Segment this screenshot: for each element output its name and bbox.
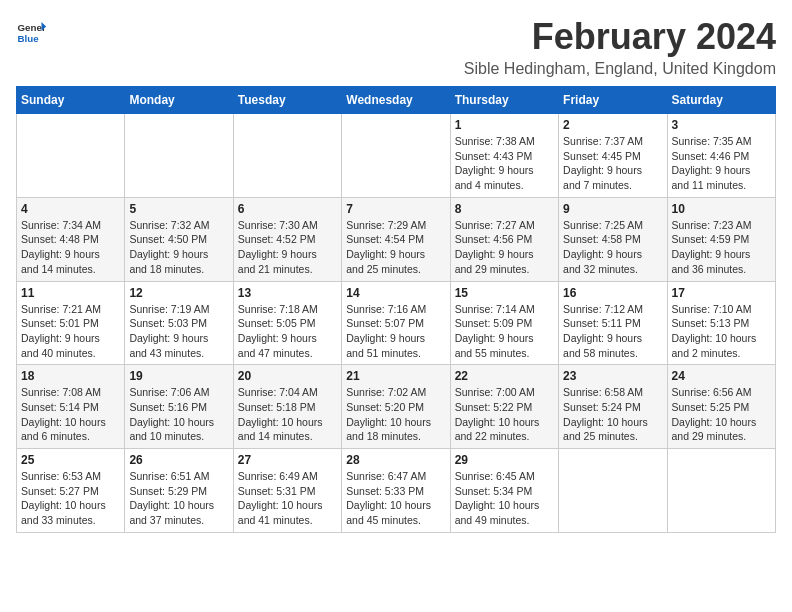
header-tuesday: Tuesday [233, 87, 341, 114]
day-info: Sunrise: 7:14 AM Sunset: 5:09 PM Dayligh… [455, 302, 554, 361]
day-info: Sunrise: 7:16 AM Sunset: 5:07 PM Dayligh… [346, 302, 445, 361]
calendar-cell: 4Sunrise: 7:34 AM Sunset: 4:48 PM Daylig… [17, 197, 125, 281]
day-info: Sunrise: 6:51 AM Sunset: 5:29 PM Dayligh… [129, 469, 228, 528]
day-info: Sunrise: 7:02 AM Sunset: 5:20 PM Dayligh… [346, 385, 445, 444]
calendar-week-row: 25Sunrise: 6:53 AM Sunset: 5:27 PM Dayli… [17, 449, 776, 533]
day-number: 11 [21, 286, 120, 300]
calendar-cell: 23Sunrise: 6:58 AM Sunset: 5:24 PM Dayli… [559, 365, 667, 449]
day-info: Sunrise: 6:47 AM Sunset: 5:33 PM Dayligh… [346, 469, 445, 528]
day-info: Sunrise: 6:56 AM Sunset: 5:25 PM Dayligh… [672, 385, 771, 444]
header-wednesday: Wednesday [342, 87, 450, 114]
day-number: 22 [455, 369, 554, 383]
calendar-cell [233, 114, 341, 198]
calendar-cell: 22Sunrise: 7:00 AM Sunset: 5:22 PM Dayli… [450, 365, 558, 449]
calendar-cell: 9Sunrise: 7:25 AM Sunset: 4:58 PM Daylig… [559, 197, 667, 281]
day-number: 29 [455, 453, 554, 467]
calendar-cell: 20Sunrise: 7:04 AM Sunset: 5:18 PM Dayli… [233, 365, 341, 449]
header-friday: Friday [559, 87, 667, 114]
day-number: 19 [129, 369, 228, 383]
calendar-week-row: 18Sunrise: 7:08 AM Sunset: 5:14 PM Dayli… [17, 365, 776, 449]
calendar-cell: 25Sunrise: 6:53 AM Sunset: 5:27 PM Dayli… [17, 449, 125, 533]
day-number: 12 [129, 286, 228, 300]
calendar-cell: 1Sunrise: 7:38 AM Sunset: 4:43 PM Daylig… [450, 114, 558, 198]
header: General Blue February 2024 Sible Hedingh… [16, 16, 776, 78]
logo: General Blue [16, 16, 46, 46]
day-info: Sunrise: 7:04 AM Sunset: 5:18 PM Dayligh… [238, 385, 337, 444]
header-sunday: Sunday [17, 87, 125, 114]
header-row: Sunday Monday Tuesday Wednesday Thursday… [17, 87, 776, 114]
day-info: Sunrise: 7:21 AM Sunset: 5:01 PM Dayligh… [21, 302, 120, 361]
day-number: 13 [238, 286, 337, 300]
calendar-cell: 11Sunrise: 7:21 AM Sunset: 5:01 PM Dayli… [17, 281, 125, 365]
day-number: 21 [346, 369, 445, 383]
calendar-cell: 16Sunrise: 7:12 AM Sunset: 5:11 PM Dayli… [559, 281, 667, 365]
day-info: Sunrise: 6:45 AM Sunset: 5:34 PM Dayligh… [455, 469, 554, 528]
day-info: Sunrise: 6:53 AM Sunset: 5:27 PM Dayligh… [21, 469, 120, 528]
calendar-week-row: 11Sunrise: 7:21 AM Sunset: 5:01 PM Dayli… [17, 281, 776, 365]
day-info: Sunrise: 7:30 AM Sunset: 4:52 PM Dayligh… [238, 218, 337, 277]
calendar-body: 1Sunrise: 7:38 AM Sunset: 4:43 PM Daylig… [17, 114, 776, 533]
day-number: 6 [238, 202, 337, 216]
calendar-subtitle: Sible Hedingham, England, United Kingdom [464, 60, 776, 78]
calendar-week-row: 1Sunrise: 7:38 AM Sunset: 4:43 PM Daylig… [17, 114, 776, 198]
day-info: Sunrise: 7:25 AM Sunset: 4:58 PM Dayligh… [563, 218, 662, 277]
calendar-title: February 2024 [464, 16, 776, 58]
day-number: 15 [455, 286, 554, 300]
header-monday: Monday [125, 87, 233, 114]
day-number: 24 [672, 369, 771, 383]
calendar-cell: 10Sunrise: 7:23 AM Sunset: 4:59 PM Dayli… [667, 197, 775, 281]
calendar-cell: 14Sunrise: 7:16 AM Sunset: 5:07 PM Dayli… [342, 281, 450, 365]
day-number: 17 [672, 286, 771, 300]
calendar-cell: 7Sunrise: 7:29 AM Sunset: 4:54 PM Daylig… [342, 197, 450, 281]
day-info: Sunrise: 7:34 AM Sunset: 4:48 PM Dayligh… [21, 218, 120, 277]
calendar-cell [17, 114, 125, 198]
svg-text:Blue: Blue [18, 33, 40, 44]
calendar-cell: 21Sunrise: 7:02 AM Sunset: 5:20 PM Dayli… [342, 365, 450, 449]
day-info: Sunrise: 7:06 AM Sunset: 5:16 PM Dayligh… [129, 385, 228, 444]
day-number: 25 [21, 453, 120, 467]
day-number: 5 [129, 202, 228, 216]
calendar-cell [667, 449, 775, 533]
logo-icon: General Blue [16, 16, 46, 46]
calendar-cell: 6Sunrise: 7:30 AM Sunset: 4:52 PM Daylig… [233, 197, 341, 281]
day-info: Sunrise: 7:27 AM Sunset: 4:56 PM Dayligh… [455, 218, 554, 277]
header-saturday: Saturday [667, 87, 775, 114]
day-number: 1 [455, 118, 554, 132]
calendar-cell: 5Sunrise: 7:32 AM Sunset: 4:50 PM Daylig… [125, 197, 233, 281]
day-info: Sunrise: 7:32 AM Sunset: 4:50 PM Dayligh… [129, 218, 228, 277]
calendar-cell [125, 114, 233, 198]
calendar-cell: 13Sunrise: 7:18 AM Sunset: 5:05 PM Dayli… [233, 281, 341, 365]
day-number: 4 [21, 202, 120, 216]
day-number: 26 [129, 453, 228, 467]
calendar-cell: 28Sunrise: 6:47 AM Sunset: 5:33 PM Dayli… [342, 449, 450, 533]
day-number: 23 [563, 369, 662, 383]
day-info: Sunrise: 7:12 AM Sunset: 5:11 PM Dayligh… [563, 302, 662, 361]
header-thursday: Thursday [450, 87, 558, 114]
day-info: Sunrise: 7:19 AM Sunset: 5:03 PM Dayligh… [129, 302, 228, 361]
calendar-cell: 8Sunrise: 7:27 AM Sunset: 4:56 PM Daylig… [450, 197, 558, 281]
day-number: 18 [21, 369, 120, 383]
calendar-cell: 2Sunrise: 7:37 AM Sunset: 4:45 PM Daylig… [559, 114, 667, 198]
day-info: Sunrise: 7:35 AM Sunset: 4:46 PM Dayligh… [672, 134, 771, 193]
day-number: 27 [238, 453, 337, 467]
calendar-cell: 12Sunrise: 7:19 AM Sunset: 5:03 PM Dayli… [125, 281, 233, 365]
day-info: Sunrise: 7:29 AM Sunset: 4:54 PM Dayligh… [346, 218, 445, 277]
day-number: 20 [238, 369, 337, 383]
calendar-cell [559, 449, 667, 533]
calendar-cell: 18Sunrise: 7:08 AM Sunset: 5:14 PM Dayli… [17, 365, 125, 449]
title-section: February 2024 Sible Hedingham, England, … [464, 16, 776, 78]
calendar-cell: 17Sunrise: 7:10 AM Sunset: 5:13 PM Dayli… [667, 281, 775, 365]
day-number: 2 [563, 118, 662, 132]
calendar-week-row: 4Sunrise: 7:34 AM Sunset: 4:48 PM Daylig… [17, 197, 776, 281]
calendar-cell: 3Sunrise: 7:35 AM Sunset: 4:46 PM Daylig… [667, 114, 775, 198]
day-info: Sunrise: 7:18 AM Sunset: 5:05 PM Dayligh… [238, 302, 337, 361]
day-info: Sunrise: 6:49 AM Sunset: 5:31 PM Dayligh… [238, 469, 337, 528]
day-info: Sunrise: 7:10 AM Sunset: 5:13 PM Dayligh… [672, 302, 771, 361]
calendar-cell: 29Sunrise: 6:45 AM Sunset: 5:34 PM Dayli… [450, 449, 558, 533]
day-info: Sunrise: 7:37 AM Sunset: 4:45 PM Dayligh… [563, 134, 662, 193]
day-number: 10 [672, 202, 771, 216]
calendar-header: Sunday Monday Tuesday Wednesday Thursday… [17, 87, 776, 114]
day-info: Sunrise: 7:23 AM Sunset: 4:59 PM Dayligh… [672, 218, 771, 277]
day-number: 16 [563, 286, 662, 300]
day-info: Sunrise: 7:08 AM Sunset: 5:14 PM Dayligh… [21, 385, 120, 444]
